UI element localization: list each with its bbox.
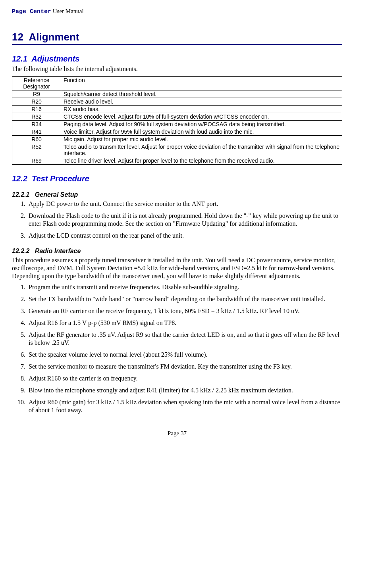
general-setup-steps: Apply DC power to the unit. Connect the … [12,200,342,240]
adjustments-intro: The following table lists the internal a… [12,65,342,73]
list-item: Set the speaker volume level to normal l… [27,351,342,359]
list-item: Blow into the microphone strongly and ad… [27,386,342,394]
table-row: R20Receive audio level. [12,98,342,106]
table-row: R41Voice limiter. Adjust for 95% full sy… [12,128,342,136]
section-number: 12.2 [12,174,27,183]
list-item: Program the unit's transmit and receive … [27,283,342,291]
func-cell: Squelch/carrier detect threshold level. [61,90,342,98]
table-row: R52Telco audio to transmitter level. Adj… [12,143,342,157]
header-suffix: User Manual [51,8,84,14]
table-row: R9Squelch/carrier detect threshold level… [12,90,342,98]
list-item: Apply DC power to the unit. Connect the … [27,200,342,208]
func-cell: Telco line driver level. Adjust for prop… [61,157,342,165]
section-adjustments: 12.1 Adjustments [12,54,342,63]
subsection-name: Radio Interface [35,248,81,254]
ref-cell: R34 [12,121,61,128]
func-cell: Paging data level. Adjust for 90% full s… [61,121,342,128]
chapter-number: 12 [12,31,23,43]
section-number: 12.1 [12,54,27,63]
list-item: Generate an RF carrier on the receive fr… [27,307,342,315]
table-row: R34Paging data level. Adjust for 90% ful… [12,121,342,128]
func-cell: RX audio bias. [61,106,342,113]
list-item: Set the TX bandwidth to "wide band" or "… [27,295,342,303]
ref-cell: R9 [12,90,61,98]
radio-interface-intro: This procedure assumes a properly tuned … [12,256,342,280]
table-header-row: Reference Designator Function [12,77,342,90]
subsection-name: General Setup [35,191,78,198]
list-item: Adjust R60 (mic gain) for 3 kHz / 1.5 kH… [27,398,342,414]
ref-cell: R32 [12,113,61,121]
page-number: Page 37 [12,430,342,437]
func-cell: CTCSS encode level. Adjust for 10% of fu… [61,113,342,121]
list-item: Set the service monitor to measure the t… [27,363,342,371]
list-item: Adjust the RF generator to .35 uV. Adjus… [27,331,342,347]
subsection-number: 12.2.2 [12,248,29,254]
list-item: Adjust R16 for a 1.5 V p-p (530 mV RMS) … [27,319,342,327]
section-name: Adjustments [31,54,79,63]
section-name: Test Procedure [32,174,89,183]
func-cell: Voice limiter. Adjust for 95% full syste… [61,128,342,136]
ref-cell: R69 [12,157,61,165]
ref-cell: R60 [12,136,61,143]
list-item: Adjust the LCD contrast control on the r… [27,232,342,240]
table-row: R60Mic gain. Adjust for proper mic audio… [12,136,342,143]
ref-cell: R52 [12,143,61,157]
table-row: R16RX audio bias. [12,106,342,113]
product-name: Page Center [12,8,51,15]
table-row: R69Telco line driver level. Adjust for p… [12,157,342,165]
list-item: Adjust R160 so the carrier is on frequen… [27,375,342,382]
subsection-radio-interface: 12.2.2 Radio Interface [12,248,342,255]
list-item: Download the Flash code to the unit if i… [27,212,342,228]
radio-interface-steps: Program the unit's transmit and receive … [12,283,342,414]
running-header: Page Center User Manual [12,8,342,15]
ref-cell: R20 [12,98,61,106]
func-cell: Receive audio level. [61,98,342,106]
ref-cell: R16 [12,106,61,113]
col-header-ref: Reference Designator [12,77,61,90]
chapter-name: Alignment [29,31,79,43]
table-row: R32CTCSS encode level. Adjust for 10% of… [12,113,342,121]
chapter-title: 12 Alignment [12,31,342,45]
subsection-number: 12.2.1 [12,191,29,198]
adjustments-table: Reference Designator Function R9Squelch/… [12,76,342,165]
section-test-procedure: 12.2 Test Procedure [12,174,342,183]
col-header-func: Function [61,77,342,90]
func-cell: Telco audio to transmitter level. Adjust… [61,143,342,157]
func-cell: Mic gain. Adjust for proper mic audio le… [61,136,342,143]
ref-cell: R41 [12,128,61,136]
subsection-general-setup: 12.2.1 General Setup [12,191,342,198]
